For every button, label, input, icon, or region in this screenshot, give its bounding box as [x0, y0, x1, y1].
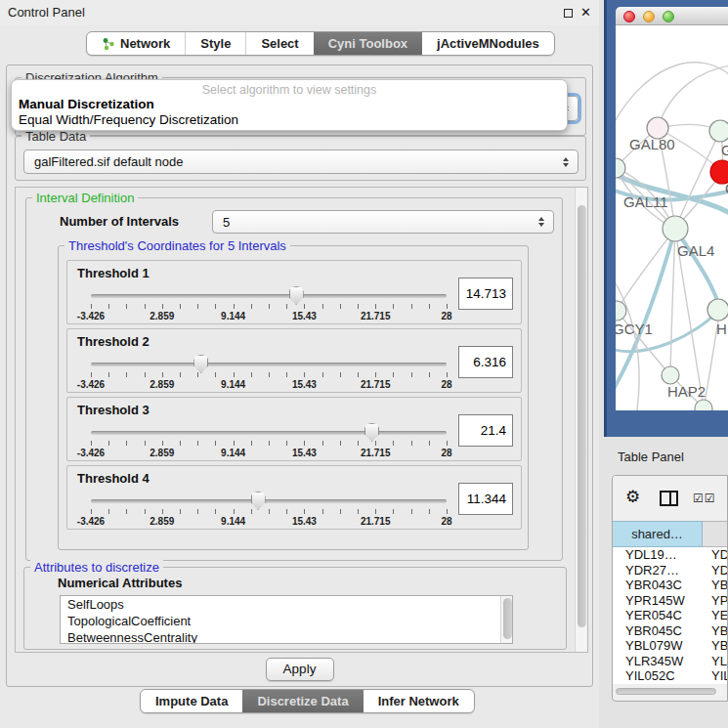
slider-tick	[126, 372, 127, 377]
slider-tick	[429, 372, 430, 377]
tab-network[interactable]: Network	[87, 32, 185, 55]
table-data-group: Table Data galFiltered.sif default node	[15, 136, 586, 181]
cell-shared-name: YBR045C	[613, 623, 703, 639]
combo-value: 5	[213, 215, 535, 230]
apply-button[interactable]: Apply	[266, 658, 334, 681]
group-title: Table Data	[21, 129, 90, 144]
slider-tick	[108, 441, 109, 446]
close-icon[interactable]: ✕	[580, 5, 591, 20]
slider-tick	[215, 372, 216, 377]
cell-name: YDL1	[703, 547, 728, 563]
slider-tick	[251, 304, 252, 309]
network-window: GAL80GACGAL11GAL4GCY1HHAP2	[604, 0, 728, 437]
column-header-shared-name[interactable]: shared…	[613, 521, 703, 547]
slider-tick	[269, 509, 270, 514]
threshold-label: Threshold 3	[77, 403, 150, 417]
list-item[interactable]: TopologicalCoefficient	[61, 613, 512, 629]
slider-ticks	[91, 304, 447, 310]
algorithm-option[interactable]: Equal Width/Frequency Discretization	[12, 112, 567, 128]
gear-icon[interactable]: ⚙	[625, 487, 640, 507]
table-row[interactable]: YDR27…YDR2	[613, 563, 728, 578]
slider-track[interactable]	[91, 363, 447, 366]
tick-label: 9.144	[221, 379, 245, 390]
threshold-value-input[interactable]: 6.316	[458, 346, 513, 378]
scrollbar-thumb[interactable]	[503, 598, 512, 639]
threshold-panel: Threshold 1-3.4262.8599.14415.4321.71528…	[66, 260, 522, 324]
network-node[interactable]	[662, 366, 679, 384]
scrollbar-thumb[interactable]	[616, 688, 716, 695]
slider-tick	[340, 372, 341, 377]
slider-tick	[162, 372, 163, 377]
network-node[interactable]	[709, 120, 728, 142]
table-row[interactable]: YLR345WYLR3	[613, 654, 728, 669]
slider-tick	[251, 441, 252, 446]
node-table: ⚙ ☑☑ shared… na YDL19…YDL1YDR27…YDR2YBR0…	[612, 475, 728, 702]
minimize-traffic-light-icon[interactable]	[643, 11, 655, 22]
zoom-traffic-light-icon[interactable]	[663, 11, 674, 22]
tab-infer-network[interactable]: Infer Network	[364, 690, 474, 712]
tab-select[interactable]: Select	[245, 32, 313, 55]
cell-shared-name: YDR27…	[613, 563, 703, 578]
checkbox-icons[interactable]: ☑☑	[693, 492, 716, 505]
threshold-value-input[interactable]: 11.344	[458, 483, 513, 515]
slider-thumb[interactable]	[289, 286, 304, 305]
slider-thumb[interactable]	[364, 423, 379, 442]
thresholds-group: Threshold's Coordinates for 5 Intervals …	[58, 245, 529, 550]
tab-cyni-toolbox[interactable]: Cyni Toolbox	[314, 32, 422, 55]
slider-tick	[340, 441, 341, 446]
tick-label: 28	[441, 516, 451, 527]
network-node[interactable]	[616, 158, 625, 178]
close-traffic-light-icon[interactable]	[623, 11, 635, 22]
tick-label: 9.144	[221, 448, 245, 458]
tick-label: -3.426	[77, 448, 105, 458]
threshold-value-input[interactable]: 21.4	[458, 414, 513, 447]
numerical-attributes-list[interactable]: SelfLoopsTopologicalCoefficientBetweenne…	[60, 595, 513, 644]
network-node[interactable]	[663, 216, 688, 241]
node-label: H	[716, 321, 727, 337]
slider-tick	[91, 441, 92, 446]
slider-track[interactable]	[91, 431, 447, 435]
list-item[interactable]: BetweennessCentrality	[61, 629, 512, 644]
list-scrollbar[interactable]	[500, 596, 512, 643]
tab-impute-data[interactable]: Impute Data	[141, 690, 242, 712]
network-edge	[617, 229, 675, 311]
slider-tick	[126, 304, 127, 309]
table-row[interactable]: YBL079WYBL0	[613, 638, 728, 654]
control-panel: Control Panel ✕ NetworkStyleSelectCyni T…	[0, 0, 599, 728]
tab-style[interactable]: Style	[185, 32, 245, 55]
slider-tick	[215, 441, 216, 446]
column-header-name[interactable]: na	[703, 521, 728, 547]
table-row[interactable]: YPR145WYPR1	[613, 593, 728, 609]
table-row[interactable]: YIL052CYIL0	[613, 668, 728, 684]
list-item[interactable]: SelfLoops	[61, 596, 512, 613]
table-row[interactable]: YDL19…YDL1	[613, 547, 728, 563]
table-horizontal-scrollbar[interactable]	[615, 687, 725, 696]
tab-jactivemnodules[interactable]: jActiveMNodules	[422, 32, 554, 55]
slider-tick	[358, 372, 359, 377]
table-rows: YDL19…YDL1YDR27…YDR2YBR043CYBR0YPR145WYP…	[613, 547, 728, 684]
slider-track[interactable]	[91, 294, 447, 298]
slider-tick	[322, 441, 323, 446]
table-row[interactable]: YER054CYER0	[613, 608, 728, 623]
table-row[interactable]: YBR045CYBR0	[613, 623, 728, 639]
slider-thumb[interactable]	[251, 492, 266, 510]
slider-track[interactable]	[91, 499, 447, 503]
number-of-intervals-combobox[interactable]: 5	[212, 210, 554, 234]
threshold-panel: Threshold 4-3.4262.8599.14415.4321.71528…	[66, 465, 522, 530]
table-data-combobox[interactable]: galFiltered.sif default node	[23, 150, 578, 174]
threshold-panel: Threshold 2-3.4262.8599.14415.4321.71528…	[66, 328, 522, 393]
tab-discretize-data[interactable]: Discretize Data	[242, 690, 363, 712]
scrollbar-thumb[interactable]	[578, 205, 586, 627]
slider-tick	[180, 509, 181, 514]
network-node[interactable]	[707, 299, 728, 321]
columns-icon[interactable]	[660, 491, 678, 506]
network-canvas[interactable]: GAL80GACGAL11GAL4GCY1HHAP2	[616, 25, 728, 410]
float-window-icon[interactable]	[564, 9, 573, 18]
algorithm-dropdown-popup: Select algorithm to view settings Manual…	[11, 79, 568, 131]
table-row[interactable]: YBR043CYBR0	[613, 578, 728, 593]
network-node[interactable]	[616, 301, 626, 321]
panel-scrollbar[interactable]	[575, 188, 587, 652]
algorithm-option[interactable]: Manual Discretization	[12, 97, 567, 112]
threshold-value-input[interactable]: 14.713	[458, 278, 513, 310]
slider-thumb[interactable]	[193, 355, 208, 373]
